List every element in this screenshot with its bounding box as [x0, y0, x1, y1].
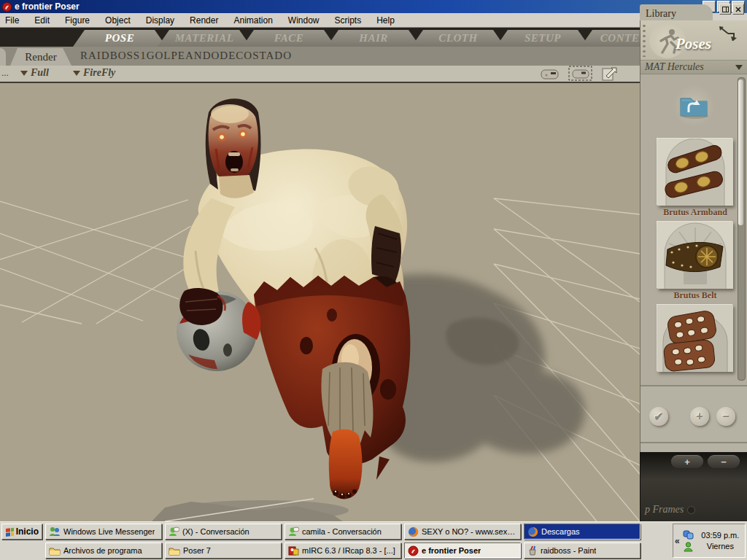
document-tab-row: Render RAIDBOSS1GOLPEANDODECOSTADO [0, 47, 640, 66]
room-tab-pose[interactable]: POSE [73, 30, 166, 47]
system-tray: « 03:59 p.m. Viernes [673, 524, 746, 558]
swap-arrows-icon[interactable] [718, 25, 737, 41]
grip-dots-icon [642, 23, 646, 57]
folder-icon [169, 546, 180, 556]
room-tab-setup[interactable]: SETUP [496, 30, 589, 47]
menu-item-window[interactable]: Window [288, 15, 320, 26]
room-tab-hair[interactable]: HAIR [327, 30, 420, 47]
frames-indicator-dot[interactable] [688, 507, 694, 513]
frames-label: p Frames [645, 504, 684, 516]
toolbar-overflow[interactable]: ... [1, 67, 9, 79]
mirc-icon [288, 545, 299, 556]
room-tab-cloth[interactable]: CLOTH [411, 30, 505, 47]
add-frame-button[interactable]: + [671, 455, 703, 468]
current-folder-label: MAT Hercules [645, 61, 704, 73]
menu-item-edit[interactable]: Edit [34, 15, 50, 26]
panel-layout-icon [722, 7, 729, 12]
task-label: mIRC 6.3 / IRcap 8.3 - [...] [302, 546, 395, 555]
menu-bar: File Edit Figure Object Display Render A… [0, 13, 747, 28]
folder-up-icon [678, 93, 710, 119]
render-camera-icon[interactable] [539, 66, 561, 81]
library-tab[interactable]: Library [640, 4, 713, 20]
tray-messenger-icon[interactable] [683, 530, 694, 540]
up-folder-button[interactable] [673, 85, 715, 127]
camera-dropdown-label: Full [31, 67, 49, 79]
check-icon: ✔ [654, 410, 663, 424]
room-tab-face[interactable]: FACE [242, 30, 336, 47]
poser-logo-icon [2, 2, 12, 12]
task-label: (X) - Conversación [182, 527, 249, 536]
menu-item-animation[interactable]: Animation [233, 15, 272, 26]
start-button[interactable]: Inicio [1, 524, 42, 540]
task-windows-live-messenger[interactable]: Windows Live Messenger [45, 524, 162, 540]
menu-item-object[interactable]: Object [105, 15, 131, 26]
tray-msn-buddy-icon[interactable] [684, 542, 693, 552]
close-icon [735, 7, 741, 12]
animation-controls-corner: + − p Frames [640, 452, 747, 521]
remove-frame-button[interactable]: − [708, 455, 740, 468]
poser-logo-icon [408, 545, 419, 556]
menu-item-help[interactable]: Help [376, 15, 395, 26]
renderer-dropdown-label: FireFly [83, 67, 115, 79]
scrollbar-thumb[interactable] [738, 79, 743, 225]
room-tab-material[interactable]: MATERIAL [158, 30, 251, 47]
paint-icon [527, 545, 538, 556]
room-tab-strip: POSE MATERIAL FACE HAIR CLOTH SETUP CONT… [0, 28, 747, 47]
ground-grid-left [0, 200, 193, 324]
viewport-toolbar: ... Full FireFly [0, 66, 640, 82]
firefox-icon [408, 526, 419, 537]
tray-time: 03:59 p.m. [696, 530, 745, 541]
camera-dropdown[interactable]: Full [20, 67, 49, 79]
render-tab[interactable]: Render [10, 48, 71, 66]
task-label: e frontier Poser [422, 546, 481, 555]
renderer-dropdown[interactable]: FireFly [73, 67, 115, 79]
tray-chevron[interactable]: « [673, 536, 681, 546]
menu-item-display[interactable]: Display [146, 15, 174, 26]
task-mirc[interactable]: mIRC 6.3 / IRcap 8.3 - [...] [285, 542, 401, 559]
task-label: Poser 7 [183, 546, 211, 555]
task-conversacion-x[interactable]: (X) - Conversación [165, 524, 282, 540]
apply-check-button[interactable]: ✔ [649, 407, 668, 426]
task-raidboss-paint[interactable]: raidboss - Paint [524, 542, 640, 559]
library-close-button[interactable] [732, 4, 744, 15]
library-item-label: Brutus Armband [652, 207, 738, 218]
task-poser-7-folder[interactable]: Poser 7 [165, 542, 282, 559]
task-label: camila - Conversación [302, 527, 382, 536]
library-scrollbar[interactable] [738, 77, 746, 381]
task-archivos-de-programa[interactable]: Archivos de programa [45, 542, 162, 559]
task-conversacion-camila[interactable]: camila - Conversación [285, 524, 401, 540]
library-tab-row: Library [640, 1, 747, 20]
frames-label-row: p Frames [645, 504, 694, 516]
library-item[interactable]: Brutus Belt [652, 222, 738, 301]
library-item[interactable] [652, 305, 738, 372]
title-bar: e frontier Poser × [0, 0, 747, 13]
menu-item-render[interactable]: Render [190, 15, 218, 26]
library-item[interactable]: Brutus Armband [652, 139, 738, 218]
start-label: Inicio [16, 526, 39, 537]
library-category-header[interactable]: Poses [640, 20, 747, 61]
task-label: raidboss - Paint [541, 546, 596, 555]
library-folder-dropdown[interactable]: MAT Hercules [640, 61, 747, 74]
library-layout-button[interactable] [719, 4, 731, 15]
add-to-library-button[interactable]: + [690, 407, 709, 426]
library-content: Brutus Armband [640, 74, 747, 385]
zombie-figure[interactable] [177, 98, 410, 499]
msn-buddy-icon [288, 526, 299, 537]
preview-viewport [0, 82, 640, 521]
firefox-icon [527, 526, 538, 537]
category-title: Poses [676, 35, 711, 53]
viewport-canvas[interactable] [0, 83, 640, 521]
tray-clock[interactable]: 03:59 p.m. Viernes [696, 530, 745, 552]
menu-item-scripts[interactable]: Scripts [335, 15, 362, 26]
menu-item-figure[interactable]: Figure [65, 15, 90, 26]
menu-item-file[interactable]: File [5, 15, 19, 26]
export-render-icon[interactable] [600, 66, 618, 82]
task-firefox-page[interactable]: SEXY o NO? - www.sexy... [404, 524, 521, 540]
area-render-icon[interactable] [568, 66, 593, 82]
windows-flag-icon [5, 526, 14, 537]
armband-thumbnail [657, 139, 733, 206]
task-descargas[interactable]: Descargas [524, 524, 640, 540]
belt-thumbnail [657, 222, 733, 289]
remove-from-library-button[interactable]: − [716, 407, 735, 426]
task-e-frontier-poser[interactable]: e frontier Poser [404, 542, 521, 559]
